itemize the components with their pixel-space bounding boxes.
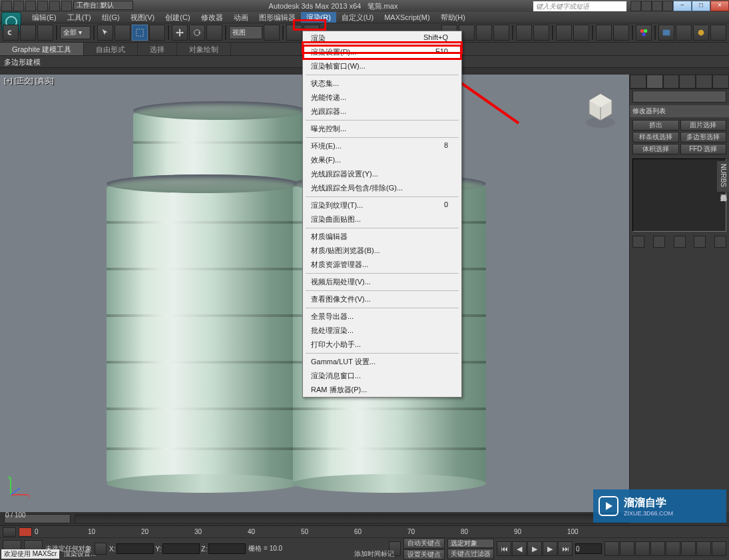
modifier-stack[interactable]: [632, 158, 726, 232]
link-icon[interactable]: [3, 25, 19, 41]
pin-stack-icon[interactable]: [632, 236, 644, 248]
percent-snap-icon[interactable]: [476, 25, 492, 41]
zoom-extents-icon[interactable]: [605, 541, 619, 556]
menu-item[interactable]: 光线跟踪全局包含/排除(G)...: [303, 181, 461, 195]
menu-item[interactable]: 批处理渲染...: [303, 324, 461, 338]
qat-icon[interactable]: [37, 1, 48, 11]
modifier-button[interactable]: 多边形选择: [680, 132, 727, 142]
modifier-button[interactable]: 样条线选择: [632, 132, 679, 142]
render-iterative-icon[interactable]: [710, 25, 726, 41]
schematic-view-icon[interactable]: [613, 25, 629, 41]
viewport-layout-icon[interactable]: [712, 541, 726, 556]
motion-tab-icon[interactable]: [679, 75, 696, 89]
add-time-tag[interactable]: 添加时间标记: [354, 549, 394, 559]
render-production-icon[interactable]: [693, 25, 709, 41]
layers-icon[interactable]: [573, 25, 589, 41]
spinner-snap-icon[interactable]: [493, 25, 509, 41]
maximize-button[interactable]: □: [692, 1, 710, 11]
qat-icon[interactable]: [49, 1, 60, 11]
pan-icon[interactable]: [635, 541, 650, 556]
render-setup-icon[interactable]: [658, 25, 674, 41]
modifier-button[interactable]: 面片选择: [680, 120, 727, 131]
material-editor-icon[interactable]: [636, 25, 652, 41]
mirror-icon[interactable]: [533, 25, 549, 41]
next-frame-icon[interactable]: ▶: [543, 541, 557, 556]
ribbon-tab[interactable]: Graphite 建模工具: [0, 43, 84, 55]
configure-sets-icon[interactable]: [714, 236, 726, 248]
play-icon[interactable]: ▶: [527, 541, 542, 556]
time-slider[interactable]: 0 / 100: [0, 512, 629, 525]
select-object-icon[interactable]: [97, 25, 113, 41]
scale-icon[interactable]: [206, 25, 222, 41]
display-tab-icon[interactable]: [696, 75, 712, 89]
menu-item[interactable]: 曝光控制...: [303, 122, 461, 136]
menu-item[interactable]: 全景导出器...: [303, 310, 461, 324]
menu-4[interactable]: 创建(C): [160, 12, 195, 23]
menu-0[interactable]: 编辑(E): [27, 12, 62, 23]
create-tab-icon[interactable]: [630, 75, 646, 89]
menu-item[interactable]: 光跟踪器...: [303, 105, 461, 119]
menu-item[interactable]: 光线跟踪器设置(Y)...: [303, 167, 461, 181]
help-search-input[interactable]: 键入关键字或短语: [533, 1, 626, 11]
menu-item[interactable]: Gamma/LUT 设置...: [303, 355, 461, 369]
menu-11[interactable]: 帮助(H): [435, 12, 471, 23]
menu-item[interactable]: 效果(F)...: [303, 153, 461, 167]
hierarchy-tab-icon[interactable]: [663, 75, 680, 89]
help-icon[interactable]: [662, 1, 673, 11]
workspace-combo[interactable]: 工作台: 默认: [73, 1, 133, 10]
close-button[interactable]: ×: [710, 1, 729, 11]
min-max-icon[interactable]: [696, 541, 711, 556]
reference-coord-combo[interactable]: 视图: [229, 26, 262, 39]
menu-5[interactable]: 修改器: [196, 12, 228, 23]
trackbar-filter-icon[interactable]: [19, 527, 32, 537]
menu-item[interactable]: 材质/贴图浏览器(B)...: [303, 244, 461, 258]
auto-key-button[interactable]: 自动关键点: [403, 538, 445, 549]
remove-mod-icon[interactable]: [694, 236, 706, 248]
time-slider-handle[interactable]: 0 / 100: [4, 514, 71, 523]
modifier-button[interactable]: 体积选择: [632, 144, 679, 154]
menu-3[interactable]: 视图(V): [125, 12, 160, 23]
orbit-icon[interactable]: [650, 541, 665, 556]
minimize-button[interactable]: −: [673, 1, 692, 11]
menu-7[interactable]: 图形编辑器: [254, 12, 301, 23]
key-filters-button[interactable]: 关键点过滤器: [447, 549, 494, 559]
menu-item[interactable]: 渲染设置(R)...F10: [303, 45, 461, 59]
selected-label[interactable]: 选定对象: [447, 539, 494, 548]
menu-item[interactable]: 渲染Shift+Q: [303, 31, 461, 45]
menu-item[interactable]: 渲染曲面贴图...: [303, 212, 461, 226]
object-name-field[interactable]: [632, 91, 726, 103]
nurbs-side-label[interactable]: NURBS 曲面选择: [717, 161, 729, 192]
search-icon[interactable]: [630, 1, 641, 11]
menu-item[interactable]: 渲染帧窗口(W)...: [303, 59, 461, 73]
move-icon[interactable]: [172, 25, 188, 41]
menu-item[interactable]: 渲染到纹理(T)...0: [303, 198, 461, 212]
modify-tab-icon[interactable]: [646, 75, 663, 89]
goto-end-icon[interactable]: ⏭: [558, 541, 573, 556]
menu-8[interactable]: 渲染(R): [301, 12, 336, 23]
select-name-icon[interactable]: [115, 25, 130, 41]
named-selection-icon[interactable]: [516, 25, 532, 41]
bind-spacewarp-icon[interactable]: [37, 25, 53, 41]
qat-icon[interactable]: [61, 1, 72, 11]
modifier-button[interactable]: FFD 选择: [680, 144, 727, 154]
ribbon-tab[interactable]: 对象绘制: [177, 43, 231, 55]
rotate-icon[interactable]: [189, 25, 205, 41]
prev-frame-icon[interactable]: ◀: [512, 541, 527, 556]
pivot-icon[interactable]: [264, 25, 280, 41]
ribbon-tab[interactable]: 自由形式: [84, 43, 138, 55]
menu-item[interactable]: 光能传递...: [303, 91, 461, 105]
window-crossing-icon[interactable]: [149, 25, 165, 41]
menu-item[interactable]: 材质编辑器: [303, 230, 461, 244]
align-icon[interactable]: [556, 25, 572, 41]
menu-item[interactable]: RAM 播放器(P)...: [303, 383, 461, 397]
signin-icon[interactable]: [641, 1, 652, 11]
modifier-button[interactable]: 挤出: [632, 120, 679, 131]
current-frame-input[interactable]: [575, 543, 602, 554]
selection-filter-combo[interactable]: 全部 ▾: [60, 26, 91, 39]
ribbon-tab[interactable]: 选择: [138, 43, 177, 55]
fov-icon[interactable]: [681, 541, 696, 556]
modifier-list-label[interactable]: 修改器列表: [630, 105, 729, 117]
menu-1[interactable]: 工具(T): [62, 12, 97, 23]
manipulate-icon[interactable]: [286, 25, 302, 41]
goto-start-icon[interactable]: ⏮: [497, 541, 511, 556]
